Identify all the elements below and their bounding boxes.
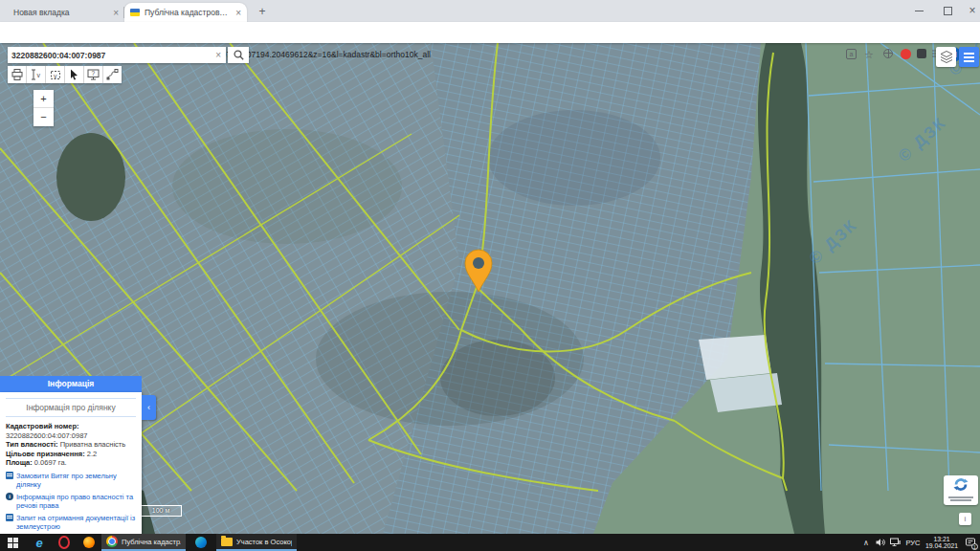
taskbar-edge-icon[interactable] [189, 534, 212, 551]
svg-text:v: v [54, 73, 57, 79]
measure-length-icon: v [31, 69, 42, 80]
info-circle-icon: i [6, 493, 13, 500]
layers-button[interactable] [936, 47, 956, 67]
clear-search-icon[interactable]: × [211, 50, 226, 60]
link-order-extract[interactable]: Замовити Витяг про земельну ділянку [6, 472, 136, 489]
desktop: © ДЗК © ДЗК © ДЗК Новая вкладка × Публіч… [0, 0, 980, 551]
globe-extension-icon[interactable] [883, 49, 893, 58]
link-ownership-info[interactable]: i Інформація про право власності та речо… [6, 493, 136, 510]
volume-icon[interactable] [874, 534, 887, 551]
windows-taskbar: e Публічна кадастр... Участок в Осокор..… [0, 534, 980, 551]
tab-title: Публічна кадастрова карта Укр [145, 8, 232, 17]
field-purpose: Цільове призначення: 2.2 [6, 450, 136, 459]
attribution-toggle[interactable]: i [959, 513, 971, 525]
measure-area-icon: v [50, 69, 61, 80]
search-input[interactable] [8, 51, 211, 60]
screen-question-icon: ? [87, 69, 100, 80]
bookmark-star-icon[interactable]: ☆ [864, 49, 874, 61]
svg-text:?: ? [92, 70, 96, 77]
adblock-extension-icon[interactable] [901, 49, 911, 59]
browser-toolbar: ← → map.land.gov.ua/?cc=3409187.35183076… [0, 22, 980, 43]
window-close-button[interactable]: × [961, 0, 980, 22]
document-icon [6, 472, 13, 479]
circular-arrows-logo-icon [953, 477, 969, 492]
field-cadastral-number: Кадастровий номер: 3220882600:04:007:098… [6, 422, 136, 440]
zoom-out-button[interactable]: − [33, 108, 54, 126]
greenhouses [699, 335, 771, 380]
notification-center-icon[interactable]: 1 [963, 534, 978, 551]
link-request-documentation[interactable]: Запит на отримання документації із земле… [6, 514, 136, 531]
search-button[interactable] [228, 47, 249, 63]
new-tab-button[interactable]: + [255, 5, 270, 20]
zoom-in-button[interactable]: + [33, 90, 54, 108]
svg-text:v: v [36, 72, 40, 78]
document-icon [6, 514, 13, 521]
feedback-widget[interactable] [944, 475, 978, 505]
extension-pin-icon[interactable] [917, 49, 926, 58]
start-button[interactable] [0, 534, 25, 551]
cursor-icon [69, 69, 79, 80]
measure-length-button[interactable]: v [27, 66, 46, 83]
window-maximize-button[interactable] [936, 0, 959, 22]
pointer-tool-button[interactable] [65, 66, 84, 83]
windows-logo-icon [8, 538, 18, 548]
route-icon [106, 69, 119, 80]
info-panel-header[interactable]: Інформація [0, 376, 142, 392]
field-area: Площа: 0.0697 га. [6, 458, 136, 468]
layers-icon [940, 51, 953, 63]
taskbar-firefox-icon[interactable] [78, 534, 100, 551]
info-panel: Інформація про ділянку Кадастровий номер… [0, 392, 142, 534]
chrome-icon [106, 536, 118, 547]
search-icon [234, 50, 244, 60]
tray-time: 13:21 [933, 536, 949, 543]
taskbar-chrome-task[interactable]: Публічна кадастр... [101, 534, 186, 551]
taskbar-ie-icon[interactable]: e [29, 534, 50, 551]
taskbar-opera-icon[interactable] [54, 534, 75, 551]
printer-icon [11, 69, 23, 80]
map-scale-bar: 100 м [140, 505, 182, 517]
zoom-control: + − [33, 90, 54, 126]
map-menu-button[interactable] [959, 47, 979, 67]
parcel-info-title: Інформація про ділянку [6, 398, 136, 417]
field-ownership-type: Тип власності: Приватна власність [6, 440, 136, 450]
cadastral-map[interactable]: © ДЗК © ДЗК © ДЗК [0, 43, 980, 534]
tab-title: Новая вкладка [13, 8, 109, 17]
language-indicator[interactable]: РУС [903, 534, 923, 551]
network-icon[interactable] [888, 534, 902, 551]
map-toolbar: v v ? [8, 66, 122, 83]
measure-area-button[interactable]: v [46, 66, 65, 83]
cadastral-search-box[interactable]: × [8, 47, 226, 63]
panel-collapse-button[interactable]: ‹ [142, 395, 156, 420]
tray-show-hidden-icon[interactable]: ∧ [859, 534, 873, 551]
tab-new-tab[interactable]: Новая вкладка × [8, 3, 124, 22]
window-minimize-button[interactable] [907, 0, 930, 22]
print-button[interactable] [8, 66, 27, 83]
ukraine-flag-favicon [130, 9, 140, 16]
taskbar-folder-task[interactable]: Участок в Осокор... [216, 534, 297, 551]
clock-tray[interactable]: 13:21 19.04.2021 [923, 534, 961, 551]
tab-close-icon[interactable]: × [235, 8, 241, 18]
folder-icon [221, 538, 233, 546]
notification-badge: 1 [971, 543, 978, 550]
route-tool-button[interactable] [103, 66, 122, 83]
identify-object-button[interactable]: ? [84, 66, 103, 83]
translate-icon[interactable]: a [846, 49, 857, 59]
tray-date: 19.04.2021 [925, 542, 958, 550]
tab-close-icon[interactable]: × [113, 8, 119, 18]
tab-cadastral-map[interactable]: Публічна кадастрова карта Укр × [124, 3, 247, 22]
browser-tabstrip: Новая вкладка × Публічна кадастрова карт… [0, 0, 980, 22]
